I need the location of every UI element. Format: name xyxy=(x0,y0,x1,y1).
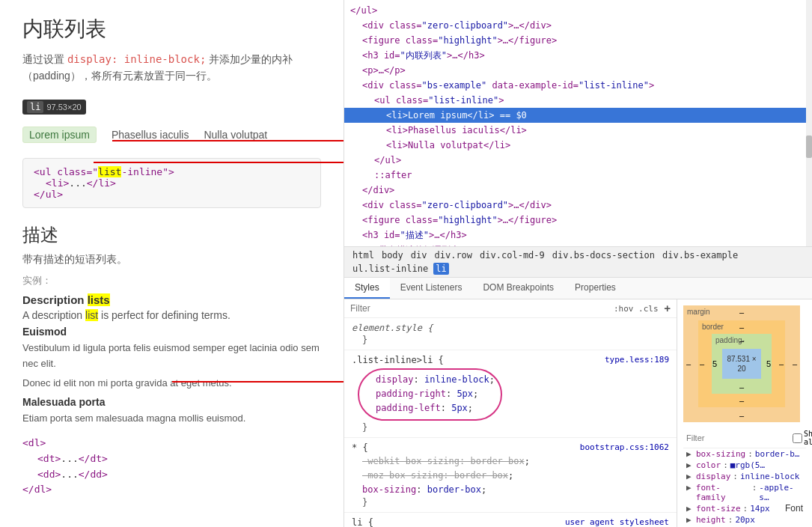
box-filter-input[interactable] xyxy=(686,433,790,442)
breadcrumb-item[interactable]: html xyxy=(350,249,376,261)
desc-section: 描述 带有描述的短语列表。 实例： Description lists A de… xyxy=(22,223,321,498)
desc-body3: Etiam porta sem malesuada magna mollis e… xyxy=(22,411,321,427)
rule-selector-2: .list-inline>li { type.less:189 xyxy=(352,355,669,365)
box-filter-row: Show all xyxy=(683,428,806,448)
list-item-2: Phasellus iaculis xyxy=(112,129,189,141)
dom-line[interactable]: </ul> xyxy=(344,153,812,168)
inline-list-section: 内联列表 通过设置 display: inline-block; 并添加少量的内… xyxy=(22,15,321,208)
styles-rule-element: element.style { } xyxy=(344,318,677,350)
breadcrumb-item[interactable]: div.row xyxy=(433,249,475,261)
rule-close: } xyxy=(352,422,669,433)
dom-scrollbar-thumb[interactable] xyxy=(806,135,812,158)
rule-selector: element.style { xyxy=(352,323,669,333)
box-content: 87.531 × 20 xyxy=(722,349,761,379)
padding-bottom-val: – xyxy=(739,383,744,392)
margin-left-val: – xyxy=(686,359,691,368)
desc-subtitle2: Malesuada porta xyxy=(22,396,321,408)
section1-title: 内联列表 xyxy=(22,15,321,43)
rule-source-3[interactable]: bootstrap.css:1062 xyxy=(580,442,669,452)
style-prop: padding-right: 5px; xyxy=(365,387,495,401)
rule-selector-3: * { bootstrap.css:1062 xyxy=(352,442,669,453)
dom-line[interactable]: ::after xyxy=(344,168,812,183)
desc-body1: Vestibulum id ligula porta felis euismod… xyxy=(22,341,321,372)
left-panel: 内联列表 通过设置 display: inline-block; 并添加少量的内… xyxy=(0,0,344,527)
margin-top-val: – xyxy=(739,308,744,317)
box-css-prop-row: ▶display: inline-block xyxy=(683,471,806,482)
box-show-all[interactable]: Show all xyxy=(793,430,812,446)
style-prop: -webkit-box-sizing: border-box; xyxy=(352,454,669,469)
dom-lines-container: </ul><div class="zero-clipboard">…</div>… xyxy=(344,3,812,247)
dom-line[interactable]: <li>Lorem ipsum</li> == $0 xyxy=(344,108,812,123)
dom-line[interactable]: <div class="bs-example" data-example-id=… xyxy=(344,78,812,93)
breadcrumb-item[interactable]: div.bs-docs-section xyxy=(550,249,657,261)
css-oval-highlight: display: inline-block; padding-right: 5p… xyxy=(358,368,502,421)
styles-pseudo-buttons[interactable]: :hov .cls xyxy=(614,304,659,314)
styles-rule-list-inline: .list-inline>li { type.less:189 display:… xyxy=(344,350,677,438)
rule-close: } xyxy=(352,335,669,345)
rule-selector-4: li { user agent stylesheet xyxy=(352,517,669,527)
margin-right-val: – xyxy=(793,359,797,368)
box-css-prop-row: ▶font-family: -apple-s… xyxy=(683,482,806,503)
list-item-3: Nulla volutpat xyxy=(204,129,267,141)
breadcrumb-item[interactable]: ul.list-inline xyxy=(350,263,430,275)
dom-line[interactable]: <p>带有描述的短语列表。</p> xyxy=(344,243,812,247)
desc-list-content: Description lists A description list is … xyxy=(22,293,321,427)
box-css-prop-row: ▶height: 20px xyxy=(683,514,806,526)
dom-line[interactable]: </ul> xyxy=(344,3,812,18)
dom-line[interactable]: <ul class="list-inline"> xyxy=(344,93,812,108)
breadcrumb-item[interactable]: div.col-md-9 xyxy=(477,249,547,261)
devtools-tab[interactable]: Event Listeners xyxy=(390,278,473,299)
padding-top-val: – xyxy=(739,336,744,345)
styles-add-button[interactable]: + xyxy=(665,302,671,314)
element-badge-row: li 97.53×20 xyxy=(22,100,321,121)
desc-body2: Donec id elit non mi porta gravida at eg… xyxy=(22,376,321,392)
desc-list-text1: A description list is perfect for defini… xyxy=(22,309,321,321)
style-prop: display: inline-block; xyxy=(365,373,495,387)
dom-tree[interactable]: </ul><div class="zero-clipboard">…</div>… xyxy=(344,0,812,247)
content-dims: 87.531 × 20 xyxy=(722,354,761,374)
devtools-tab[interactable]: DOM Breakpoints xyxy=(472,278,564,299)
box-border: border – – – – padding- 5 5 – – 87.5 xyxy=(698,320,785,407)
style-prop: -moz-box-sizing: border-box; xyxy=(352,469,669,483)
dom-line[interactable]: <div class="zero-clipboard">…</div> xyxy=(344,198,812,213)
devtools-tab[interactable]: Styles xyxy=(344,278,390,299)
section2-desc: 带有描述的短语列表。 xyxy=(22,253,321,266)
dom-line[interactable]: <figure class="highlight">…</figure> xyxy=(344,33,812,48)
styles-panel: :hov .cls + element.style { } .list-inli… xyxy=(344,299,677,527)
dom-line[interactable]: <li>Phasellus iaculis</li> xyxy=(344,123,812,138)
dom-scrollbar[interactable] xyxy=(806,0,812,246)
styles-filter-input[interactable] xyxy=(350,303,608,314)
rule-close: } xyxy=(352,497,669,508)
desc-list-title: Description lists xyxy=(22,293,321,306)
breadcrumb-item[interactable]: div.bs-example xyxy=(660,249,740,261)
dom-line[interactable]: <figure class="highlight">…</figure> xyxy=(344,213,812,228)
breadcrumb-bar: html body div div.row div.col-md-9 div.b… xyxy=(344,247,812,278)
rule-source-2[interactable]: type.less:189 xyxy=(605,355,669,365)
breadcrumb-item[interactable]: div xyxy=(409,249,430,261)
dom-line[interactable]: <h3 id="描述">…</h3> xyxy=(344,228,812,243)
box-show-all-check[interactable] xyxy=(793,433,802,443)
dom-line[interactable]: <li>Nulla volutpat</li> xyxy=(344,138,812,153)
dom-line[interactable]: <p>…</p> xyxy=(344,63,812,78)
dom-line[interactable]: <div class="zero-clipboard">…</div> xyxy=(344,18,812,33)
section2-title: 描述 xyxy=(22,223,321,247)
box-css-list: ▶box-sizing: border-b…▶color: ■rgb(5…▶di… xyxy=(683,448,806,526)
breadcrumb-item[interactable]: li xyxy=(433,263,448,275)
dom-line[interactable]: <h3 id="内联列表">…</h3> xyxy=(344,48,812,63)
styles-rule-li: li { user agent stylesheet display: list… xyxy=(344,513,677,527)
devtools-tabs: StylesEvent ListenersDOM BreakpointsProp… xyxy=(344,278,812,299)
devtools-tab[interactable]: Properties xyxy=(564,278,626,299)
devtools-panel: </ul><div class="zero-clipboard">…</div>… xyxy=(344,0,812,527)
style-prop: padding-left: 5px; xyxy=(365,401,495,415)
code-inline: display: inline-block; xyxy=(67,53,206,65)
border-label: border xyxy=(702,323,724,331)
box-css-prop-row: ▶color: ■rgb(5… xyxy=(683,460,806,471)
dom-line[interactable]: </div> xyxy=(344,183,812,198)
styles-filter-row: :hov .cls + xyxy=(344,299,677,318)
box-model-panel: margin – – – – border – – – – padding- 5 xyxy=(677,299,812,527)
code-block-1: <ul class="list-inline"> <li>...</li> </… xyxy=(22,158,321,208)
padding-right-val: 5 xyxy=(766,359,771,368)
breadcrumb-item[interactable]: body xyxy=(379,249,406,261)
section1-desc: 通过设置 display: inline-block; 并添加少量的内补（pad… xyxy=(22,51,321,85)
app-container: 内联列表 通过设置 display: inline-block; 并添加少量的内… xyxy=(0,0,812,527)
